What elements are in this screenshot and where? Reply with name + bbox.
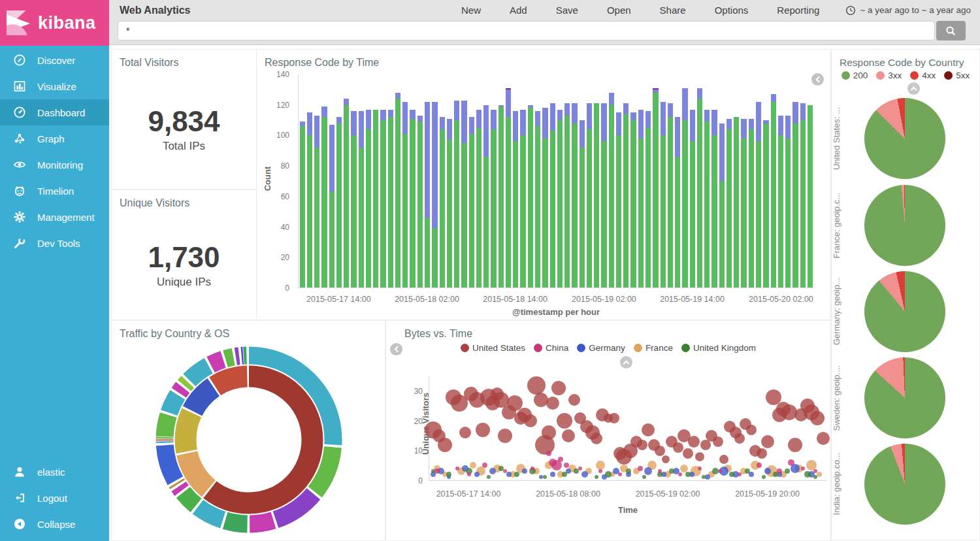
bubble-united-states[interactable]	[719, 455, 728, 464]
sidebar-item-dashboard[interactable]: Dashboard	[0, 99, 109, 125]
bar[interactable]	[402, 74, 408, 287]
bar[interactable]	[535, 74, 540, 287]
bar[interactable]	[661, 74, 666, 287]
bubble-china[interactable]	[618, 472, 622, 476]
bubble-united-states[interactable]	[662, 455, 670, 463]
bar[interactable]	[564, 74, 570, 287]
sidebar-item-discover[interactable]: Discover	[0, 47, 109, 73]
bubble-united-kingdom[interactable]	[562, 472, 567, 477]
bubble-united-states[interactable]	[524, 414, 537, 427]
bubble-united-kingdom[interactable]	[487, 475, 491, 479]
sidebar-item-user[interactable]: elastic	[0, 459, 109, 485]
bar[interactable]	[395, 74, 400, 287]
time-picker[interactable]: ~ a year ago to ~ a year ago	[845, 5, 971, 16]
bubble-united-states[interactable]	[527, 376, 546, 395]
bubble-united-kingdom[interactable]	[605, 471, 612, 478]
bubble-united-states[interactable]	[534, 393, 548, 407]
bubble-united-kingdom[interactable]	[514, 472, 519, 477]
bar[interactable]	[321, 74, 327, 287]
bubble-china[interactable]	[813, 469, 817, 473]
bubble-china[interactable]	[698, 467, 702, 470]
bubble-united-kingdom[interactable]	[595, 475, 598, 479]
bar[interactable]	[491, 74, 496, 287]
bubble-germany[interactable]	[489, 468, 496, 474]
bar[interactable]	[630, 74, 636, 287]
bar[interactable]	[763, 74, 768, 287]
bubble-united-kingdom[interactable]	[702, 475, 706, 479]
pie-chart[interactable]	[864, 357, 945, 438]
bubble-united-states[interactable]	[688, 436, 700, 448]
sidebar-item-graph[interactable]: Graph	[0, 125, 109, 152]
bar[interactable]	[580, 74, 585, 287]
bubble-united-states[interactable]	[655, 446, 665, 456]
bubble-united-states[interactable]	[459, 427, 471, 438]
bubble-united-kingdom[interactable]	[745, 468, 750, 474]
bubble-united-states[interactable]	[568, 394, 580, 406]
bubble-united-kingdom[interactable]	[642, 475, 646, 479]
bubble-china[interactable]	[503, 469, 507, 473]
bubble-china[interactable]	[467, 472, 471, 476]
bubble-china[interactable]	[598, 469, 602, 473]
bar[interactable]	[425, 74, 430, 287]
panel-collapse-left-button[interactable]	[811, 73, 824, 86]
bar[interactable]	[329, 74, 335, 287]
bar[interactable]	[778, 74, 783, 287]
bubble-united-states[interactable]	[476, 423, 490, 437]
bubble-france[interactable]	[596, 461, 605, 470]
bar[interactable]	[668, 74, 673, 287]
search-button[interactable]	[936, 21, 966, 41]
bar[interactable]	[344, 74, 349, 287]
sidebar-item-monitoring[interactable]: Monitoring	[0, 152, 109, 178]
bubble-china[interactable]	[678, 472, 682, 476]
bar[interactable]	[506, 74, 511, 287]
bar[interactable]	[616, 74, 621, 287]
bubble-united-states[interactable]	[591, 433, 602, 444]
bar[interactable]	[557, 74, 563, 287]
sidebar-item-timelion[interactable]: Timelion	[0, 178, 109, 204]
legend-item[interactable]: China	[534, 343, 568, 353]
bubble-france[interactable]	[817, 472, 822, 477]
bar[interactable]	[447, 74, 452, 287]
bubble-china[interactable]	[777, 468, 782, 474]
menu-save[interactable]: Save	[556, 5, 578, 16]
bar[interactable]	[601, 74, 606, 287]
bubble-china[interactable]	[455, 467, 459, 470]
sidebar-item-collapse[interactable]: Collapse	[0, 511, 109, 537]
bubble-united-states[interactable]	[817, 432, 830, 445]
bubble-united-kingdom[interactable]	[762, 475, 766, 479]
bar[interactable]	[675, 74, 680, 287]
legend-item[interactable]: France	[634, 343, 673, 353]
bubble-united-kingdom[interactable]	[446, 472, 451, 477]
legend-item[interactable]: United Kingdom	[681, 343, 756, 353]
bar[interactable]	[697, 74, 702, 287]
bubble-united-kingdom[interactable]	[543, 475, 547, 479]
bar[interactable]	[711, 74, 717, 287]
bubble-united-states[interactable]	[713, 436, 723, 447]
sidebar-item-management[interactable]: Management	[0, 204, 109, 230]
bar[interactable]	[704, 74, 710, 287]
bubble-united-kingdom[interactable]	[669, 468, 674, 474]
bubble-united-states[interactable]	[788, 438, 802, 452]
bubble-united-states[interactable]	[498, 429, 512, 443]
menu-add[interactable]: Add	[510, 5, 527, 16]
bar[interactable]	[638, 74, 644, 287]
legend-item[interactable]: 200	[841, 71, 868, 80]
bar[interactable]	[476, 74, 482, 287]
bar[interactable]	[653, 74, 658, 287]
bar[interactable]	[594, 74, 599, 287]
bubble-united-kingdom[interactable]	[813, 475, 817, 479]
bubble-china[interactable]	[434, 468, 440, 474]
bar[interactable]	[690, 74, 695, 287]
bubble-germany[interactable]	[644, 467, 652, 475]
bar[interactable]	[359, 74, 364, 287]
panel-collapse-left-button[interactable]	[390, 343, 402, 355]
bar[interactable]	[520, 74, 525, 287]
bar[interactable]	[461, 74, 466, 287]
bubble-france[interactable]	[470, 462, 476, 468]
legend-item[interactable]: 4xx	[910, 71, 936, 80]
pie-chart[interactable]	[864, 271, 945, 352]
bubble-china[interactable]	[788, 459, 794, 466]
bar[interactable]	[380, 74, 385, 287]
bar[interactable]	[771, 74, 776, 287]
bar[interactable]	[785, 74, 791, 287]
